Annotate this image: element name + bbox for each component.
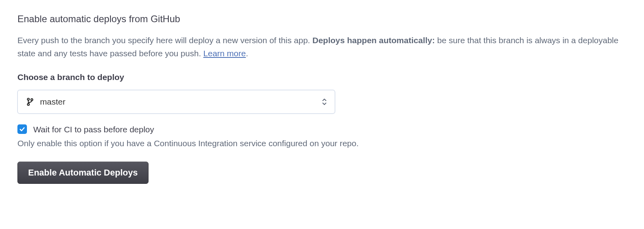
branch-select-wrap: master: [17, 90, 335, 114]
svg-point-2: [27, 103, 29, 105]
svg-point-1: [31, 99, 33, 101]
svg-point-0: [27, 98, 29, 100]
branch-select[interactable]: master: [17, 90, 335, 114]
section-heading: Enable automatic deploys from GitHub: [17, 12, 627, 26]
wait-for-ci-row: Wait for CI to pass before deploy: [17, 123, 627, 136]
section-description: Every push to the branch you specify her…: [17, 34, 627, 60]
wait-for-ci-checkbox[interactable]: [17, 124, 27, 134]
git-branch-icon: [27, 97, 34, 106]
learn-more-link[interactable]: Learn more: [203, 49, 246, 58]
check-icon: [19, 126, 25, 132]
branch-select-value: master: [40, 95, 65, 108]
branch-field-label: Choose a branch to deploy: [17, 71, 627, 84]
wait-for-ci-label: Wait for CI to pass before deploy: [33, 123, 154, 136]
description-text-bold: Deploys happen automatically:: [312, 36, 435, 45]
description-text-tail: .: [246, 49, 248, 58]
enable-automatic-deploys-button[interactable]: Enable Automatic Deploys: [17, 162, 149, 184]
wait-for-ci-helper: Only enable this option if you have a Co…: [17, 137, 627, 150]
description-text-pre: Every push to the branch you specify her…: [17, 36, 312, 45]
